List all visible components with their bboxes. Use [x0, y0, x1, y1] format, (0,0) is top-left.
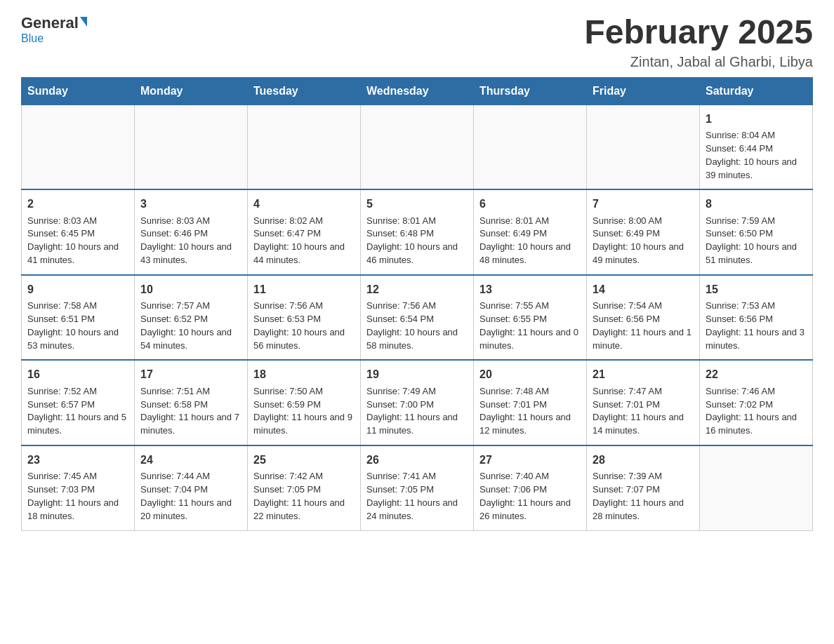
day-info: Sunrise: 7:56 AM — [366, 300, 468, 313]
calendar-cell: 9Sunrise: 7:58 AMSunset: 6:51 PMDaylight… — [22, 275, 135, 361]
day-number: 24 — [140, 452, 241, 468]
day-info: Sunset: 7:05 PM — [366, 483, 468, 497]
day-info: Sunset: 7:04 PM — [140, 483, 241, 497]
day-info: Daylight: 11 hours and 11 minutes. — [366, 411, 468, 438]
day-number: 16 — [27, 366, 128, 382]
day-info: Daylight: 11 hours and 9 minutes. — [253, 411, 355, 438]
day-info: Sunrise: 7:52 AM — [27, 385, 128, 398]
day-info: Daylight: 10 hours and 41 minutes. — [27, 241, 128, 267]
calendar-cell: 7Sunrise: 8:00 AMSunset: 6:49 PMDaylight… — [587, 189, 700, 275]
day-info: Sunrise: 7:39 AM — [593, 470, 694, 483]
calendar-header-sunday: Sunday — [22, 77, 135, 105]
calendar-cell — [361, 105, 474, 189]
day-number: 11 — [253, 281, 355, 297]
title-block: February 2025 Zintan, Jabal al Gharbi, L… — [584, 14, 813, 70]
day-info: Daylight: 11 hours and 28 minutes. — [593, 497, 694, 523]
day-info: Sunrise: 7:56 AM — [253, 300, 355, 313]
day-number: 17 — [140, 366, 241, 382]
day-info: Sunset: 7:03 PM — [27, 483, 128, 497]
calendar-week-row: 1Sunrise: 8:04 AMSunset: 6:44 PMDaylight… — [22, 105, 813, 189]
day-info: Sunset: 7:05 PM — [253, 483, 355, 497]
day-info: Sunrise: 7:42 AM — [253, 470, 355, 483]
day-info: Sunrise: 7:57 AM — [140, 300, 241, 313]
calendar-cell: 17Sunrise: 7:51 AMSunset: 6:58 PMDayligh… — [135, 360, 248, 445]
day-info: Sunrise: 7:47 AM — [593, 385, 694, 398]
day-info: Daylight: 11 hours and 22 minutes. — [253, 497, 355, 523]
calendar-cell: 3Sunrise: 8:03 AMSunset: 6:46 PMDaylight… — [135, 189, 248, 275]
calendar-week-row: 16Sunrise: 7:52 AMSunset: 6:57 PMDayligh… — [22, 360, 813, 445]
day-info: Sunset: 6:54 PM — [366, 313, 468, 326]
calendar-week-row: 9Sunrise: 7:58 AMSunset: 6:51 PMDaylight… — [22, 275, 813, 361]
day-number: 22 — [706, 366, 807, 382]
day-info: Daylight: 10 hours and 48 minutes. — [479, 241, 581, 267]
day-info: Sunset: 6:55 PM — [479, 313, 581, 326]
day-number: 9 — [27, 281, 128, 297]
month-title: February 2025 — [584, 14, 813, 51]
day-info: Sunset: 6:50 PM — [706, 227, 807, 241]
day-info: Daylight: 10 hours and 54 minutes. — [140, 326, 241, 353]
day-info: Sunset: 7:07 PM — [593, 483, 694, 497]
calendar-cell — [135, 105, 248, 189]
day-info: Daylight: 11 hours and 24 minutes. — [366, 497, 468, 523]
day-number: 19 — [366, 366, 468, 382]
calendar-header-wednesday: Wednesday — [361, 77, 474, 105]
day-info: Sunset: 6:45 PM — [27, 227, 128, 241]
day-info: Sunset: 6:49 PM — [479, 227, 581, 241]
day-info: Sunset: 7:01 PM — [593, 398, 694, 412]
day-info: Sunset: 7:01 PM — [479, 398, 581, 412]
day-info: Sunrise: 7:53 AM — [706, 300, 807, 313]
day-number: 21 — [593, 366, 694, 382]
day-info: Daylight: 11 hours and 16 minutes. — [706, 411, 807, 438]
day-info: Daylight: 10 hours and 49 minutes. — [593, 241, 694, 267]
day-info: Daylight: 10 hours and 53 minutes. — [27, 326, 128, 353]
calendar-cell: 26Sunrise: 7:41 AMSunset: 7:05 PMDayligh… — [361, 445, 474, 530]
calendar-cell: 12Sunrise: 7:56 AMSunset: 6:54 PMDayligh… — [361, 275, 474, 361]
day-info: Sunset: 6:56 PM — [706, 313, 807, 326]
day-number: 6 — [479, 196, 581, 212]
day-info: Sunset: 6:44 PM — [706, 142, 807, 156]
day-info: Sunrise: 8:00 AM — [593, 215, 694, 228]
calendar-week-row: 2Sunrise: 8:03 AMSunset: 6:45 PMDaylight… — [22, 189, 813, 275]
calendar-cell: 23Sunrise: 7:45 AMSunset: 7:03 PMDayligh… — [22, 445, 135, 530]
calendar-header-monday: Monday — [135, 77, 248, 105]
calendar-cell: 28Sunrise: 7:39 AMSunset: 7:07 PMDayligh… — [587, 445, 700, 530]
calendar-cell: 21Sunrise: 7:47 AMSunset: 7:01 PMDayligh… — [587, 360, 700, 445]
day-info: Daylight: 11 hours and 3 minutes. — [706, 326, 807, 353]
day-info: Daylight: 11 hours and 14 minutes. — [593, 411, 694, 438]
day-info: Sunrise: 8:03 AM — [140, 215, 241, 228]
day-number: 14 — [593, 281, 694, 297]
calendar-header-thursday: Thursday — [474, 77, 587, 105]
day-info: Sunset: 6:47 PM — [253, 227, 355, 241]
day-info: Daylight: 11 hours and 20 minutes. — [140, 497, 241, 523]
calendar-week-row: 23Sunrise: 7:45 AMSunset: 7:03 PMDayligh… — [22, 445, 813, 530]
calendar-cell: 20Sunrise: 7:48 AMSunset: 7:01 PMDayligh… — [474, 360, 587, 445]
calendar-cell: 14Sunrise: 7:54 AMSunset: 6:56 PMDayligh… — [587, 275, 700, 361]
day-number: 20 — [479, 366, 581, 382]
day-info: Sunset: 6:59 PM — [253, 398, 355, 412]
day-info: Sunset: 7:06 PM — [479, 483, 581, 497]
day-info: Sunrise: 7:44 AM — [140, 470, 241, 483]
calendar-cell: 5Sunrise: 8:01 AMSunset: 6:48 PMDaylight… — [361, 189, 474, 275]
day-number: 1 — [706, 111, 807, 127]
logo: General Blue — [21, 14, 87, 45]
day-number: 7 — [593, 196, 694, 212]
calendar-cell — [248, 105, 361, 189]
calendar-cell: 1Sunrise: 8:04 AMSunset: 6:44 PMDaylight… — [700, 105, 813, 189]
calendar-header-tuesday: Tuesday — [248, 77, 361, 105]
calendar-cell — [587, 105, 700, 189]
calendar-cell: 24Sunrise: 7:44 AMSunset: 7:04 PMDayligh… — [135, 445, 248, 530]
calendar-cell — [22, 105, 135, 189]
day-number: 25 — [253, 452, 355, 468]
day-number: 28 — [593, 452, 694, 468]
day-info: Sunrise: 7:41 AM — [366, 470, 468, 483]
day-info: Sunrise: 7:51 AM — [140, 385, 241, 398]
day-info: Daylight: 11 hours and 26 minutes. — [479, 497, 581, 523]
day-info: Sunrise: 7:46 AM — [706, 385, 807, 398]
calendar-cell — [700, 445, 813, 530]
logo-triangle-icon — [80, 17, 87, 27]
day-info: Sunset: 6:52 PM — [140, 313, 241, 326]
calendar-header-saturday: Saturday — [700, 77, 813, 105]
calendar-cell: 10Sunrise: 7:57 AMSunset: 6:52 PMDayligh… — [135, 275, 248, 361]
day-info: Daylight: 11 hours and 0 minutes. — [479, 326, 581, 353]
day-info: Daylight: 10 hours and 58 minutes. — [366, 326, 468, 353]
